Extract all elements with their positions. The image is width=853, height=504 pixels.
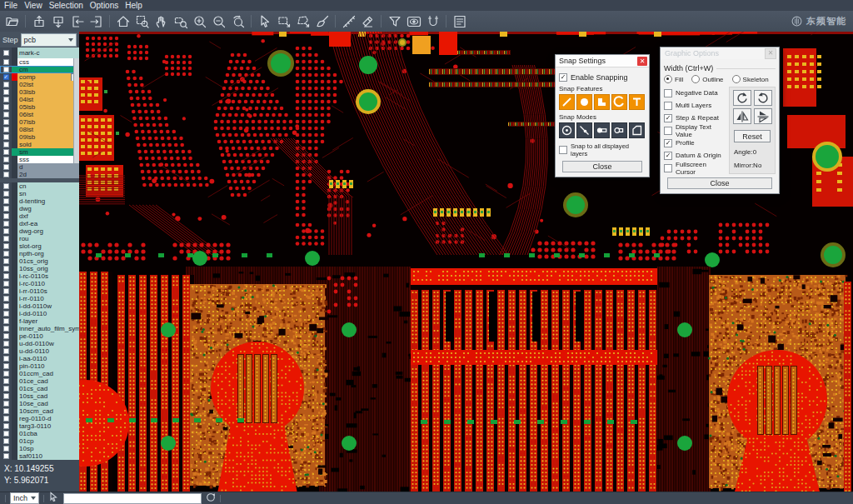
layer-visibility-checkbox[interactable] [3,82,9,87]
layer-visibility-checkbox[interactable] [3,97,9,102]
check-negative-data[interactable]: Negative Data [664,87,726,99]
pan-hand-icon[interactable] [152,12,171,30]
poly-select-icon[interactable] [293,12,312,30]
layer-visibility-checkbox[interactable] [3,438,9,444]
layer-visibility-checkbox[interactable] [3,371,9,377]
layer-visibility-checkbox[interactable] [3,363,9,369]
layer-visibility-checkbox[interactable] [3,149,9,155]
layer-visibility-checkbox[interactable] [3,243,9,249]
notes-panel-icon[interactable] [450,12,469,30]
eraser-icon[interactable] [358,12,377,30]
layer-visibility-checkbox[interactable] [3,273,9,279]
home-icon[interactable] [113,12,132,30]
layer-visibility-checkbox[interactable] [3,164,9,170]
measure-icon[interactable] [339,12,358,30]
layer-row-i-dd-0110w[interactable]: i-dd-0110w [0,302,79,310]
layer-row-sss[interactable]: sss [0,156,79,163]
layer-row-f-layer[interactable]: f-layer [0,317,79,325]
layer-visibility-checkbox[interactable] [3,50,9,56]
mirror-vertical-button[interactable] [754,108,772,124]
menu-item-options[interactable]: Options [90,0,125,11]
snap-feature-arc-button[interactable] [611,94,627,110]
snap-mode-point-on-line-button[interactable] [576,122,592,138]
dialog-titlebar[interactable]: Graphic Options ✕ [661,47,779,59]
layer-row-10sp[interactable]: 10sp [0,445,79,452]
layer-row-sm[interactable]: sm [0,148,79,156]
layer-visibility-checkbox[interactable] [3,341,9,347]
rect-select-icon[interactable] [274,12,293,30]
zoom-out-icon[interactable] [209,12,228,30]
layer-row-pe-0110[interactable]: pe-0110 [0,332,79,340]
layer-row-01ce-cad[interactable]: 01ce_cad [0,377,79,385]
layer-visibility-checkbox[interactable] [3,157,9,162]
layer-row-dxf[interactable]: dxf [0,212,79,220]
snap-mode-center-button[interactable] [559,122,575,138]
layer-row-i-rr-0110[interactable]: i-rr-0110 [0,295,79,302]
radio-fill[interactable]: Fill [664,75,683,83]
layer-row-01ccm-cad[interactable]: 01ccm_cad [0,370,79,377]
command-input[interactable] [63,493,202,504]
layer-visibility-checkbox[interactable] [3,446,9,452]
layer-row-mark-c[interactable]: mark-c [0,47,79,58]
menu-item-selection[interactable]: Selection [49,0,90,11]
layer-row-i-rr-0110s[interactable]: i-rr-0110s [0,287,79,295]
snap-mode-pad-origin-button[interactable] [594,122,610,138]
checkbox-icon[interactable]: ✓ [664,114,672,122]
layer-visibility-checkbox[interactable] [3,236,9,242]
layer-visibility-checkbox[interactable]: ✓ [3,74,9,80]
layer-visibility-checkbox[interactable] [3,431,9,437]
layer-row-06lst[interactable]: 06lst [0,111,79,118]
layer-row-css[interactable]: css [0,58,79,66]
import-up-icon[interactable] [29,12,48,30]
snap-mode-polygon-button[interactable] [629,122,645,138]
layer-visibility-checkbox[interactable] [3,67,9,72]
layer-row-01cp[interactable]: 01cp [0,437,79,445]
layer-visibility-checkbox[interactable] [3,251,9,257]
layer-visibility-checkbox[interactable] [3,386,9,392]
layer-row-dwg-org[interactable]: dwg-org [0,227,79,235]
eye-icon[interactable] [404,12,423,30]
layer-row-rou[interactable]: rou [0,235,79,242]
layer-visibility-checkbox[interactable] [3,119,9,125]
layer-visibility-checkbox[interactable] [3,356,9,362]
layer-visibility-checkbox[interactable] [3,59,9,65]
layer-row-saf0110[interactable]: saf0110 [0,452,79,460]
step-dropdown[interactable]: pcb [21,33,77,47]
radio-icon[interactable] [664,75,672,83]
check-display-text-value[interactable]: Display Text Value [664,124,726,137]
layer-row-reg-0110-d[interactable]: reg-0110-d [0,415,79,422]
layer-row-npth-org[interactable]: npth-org [0,250,79,257]
zoom-previous-icon[interactable] [228,12,247,30]
zoom-in-icon[interactable] [190,12,209,30]
layer-row-inner-auto-film-symb[interactable]: inner_auto_film_symb [0,325,79,332]
layer-visibility-checkbox[interactable] [3,408,9,414]
close-icon[interactable]: ✕ [637,57,647,66]
layer-row-05lsb[interactable]: 05lsb [0,103,79,111]
layer-row-d[interactable]: d [0,163,79,171]
layer-row-01cs-orig[interactable]: 01cs_orig [0,257,79,265]
reset-button[interactable]: Reset [734,130,771,142]
layer-visibility-checkbox[interactable] [3,198,9,204]
layer-row-cm[interactable]: cm [0,66,79,73]
check-multi-layers[interactable]: Multi Layers [664,99,726,112]
snap-feature-text-button[interactable] [629,94,645,110]
layer-row-sn[interactable]: sn [0,190,79,197]
radio-skeleton[interactable]: Skeleton [732,75,769,83]
layer-row-slot-org[interactable]: slot-org [0,242,79,250]
layer-row-04lst[interactable]: 04lst [0,96,79,103]
menu-item-help[interactable]: Help [125,0,149,11]
rotate-cw-button[interactable] [733,90,751,106]
pointer-icon[interactable] [48,491,59,504]
layer-row-01cba[interactable]: 01cba [0,430,79,437]
close-icon[interactable]: ✕ [765,48,776,59]
checkbox-icon[interactable]: ✓ [559,73,567,82]
layer-visibility-checkbox[interactable] [3,416,9,422]
layer-visibility-checkbox[interactable] [3,393,9,399]
layer-row-i-rc-0110s[interactable]: i-rc-0110s [0,272,79,280]
radio-outline[interactable]: Outline [691,75,723,83]
layer-visibility-checkbox[interactable] [3,296,9,302]
radio-icon[interactable] [732,75,741,83]
unit-dropdown[interactable]: Inch [10,492,39,504]
layer-visibility-checkbox[interactable] [3,221,9,227]
layer-visibility-checkbox[interactable] [3,89,9,95]
